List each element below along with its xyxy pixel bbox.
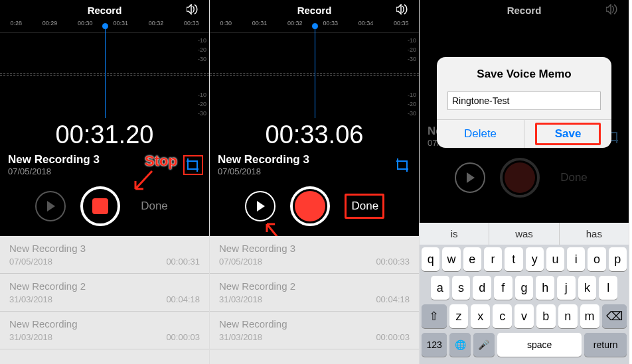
playhead[interactable] [105, 27, 106, 118]
list-item[interactable]: New Recording 2 31/03/201800:04:18 [210, 274, 419, 312]
globe-key[interactable]: 🌐 [449, 333, 471, 357]
numbers-key[interactable]: 123 [422, 333, 447, 357]
list-item[interactable]: New Recording 31/03/201800:00:03 [0, 312, 209, 349]
return-key[interactable]: return [584, 333, 627, 357]
list-item[interactable]: New Recording 3 07/05/201800:00:33 [210, 236, 419, 274]
key-h[interactable]: h [536, 276, 554, 300]
memo-name-input[interactable] [447, 91, 601, 110]
play-button[interactable] [245, 191, 276, 221]
done-button[interactable]: Done [345, 194, 384, 219]
key-s[interactable]: s [452, 276, 471, 300]
shift-key[interactable]: ⇧ [422, 304, 447, 328]
play-icon [47, 201, 55, 212]
list-item-date: 07/05/2018 [219, 257, 262, 267]
elapsed-time: 00:31.20 [0, 121, 209, 149]
record-button[interactable] [290, 186, 330, 226]
recording-title: New Recording 3 [218, 153, 309, 166]
key-y[interactable]: y [526, 247, 544, 271]
elapsed-time: 00:33.06 [210, 121, 419, 149]
dialog-title: Save Voice Memo [437, 57, 611, 88]
suggestion[interactable]: was [489, 223, 559, 245]
trim-icon[interactable] [185, 157, 201, 173]
key-n[interactable]: n [558, 304, 578, 328]
key-t[interactable]: t [505, 247, 522, 271]
key-j[interactable]: j [557, 276, 576, 300]
recording-title: New Recording 3 [8, 153, 100, 166]
list-item-date: 31/03/2018 [9, 294, 52, 304]
record-icon [295, 191, 325, 221]
key-u[interactable]: u [546, 247, 564, 271]
key-o[interactable]: o [588, 247, 605, 271]
space-key[interactable]: space [497, 333, 582, 357]
waveform[interactable]: -10 -20 -30 -10 -20 -30 [0, 33, 209, 118]
key-q[interactable]: q [422, 247, 439, 271]
key-a[interactable]: a [431, 276, 449, 300]
key-m[interactable]: m [580, 304, 599, 328]
list-item-title: New Recording 3 [219, 243, 410, 254]
list-item[interactable]: New Recording 2 31/03/201800:04:18 [0, 274, 209, 312]
list-item-title: New Recording 2 [219, 280, 410, 292]
key-z[interactable]: z [449, 304, 469, 328]
kb-row-1: q w e r t y u i o p [422, 247, 627, 271]
key-f[interactable]: f [494, 276, 513, 300]
suggestion[interactable]: has [560, 223, 629, 245]
page-title: Record [297, 5, 332, 16]
list-item-date: 31/03/2018 [219, 332, 262, 342]
list-item-title: New Recording [219, 318, 410, 330]
header: Record [210, 0, 419, 20]
play-button[interactable] [35, 191, 66, 221]
key-b[interactable]: b [536, 304, 556, 328]
key-i[interactable]: i [567, 247, 585, 271]
db-labels: -10 -20 -30 -10 -20 -30 [198, 36, 206, 118]
key-g[interactable]: g [515, 276, 534, 300]
key-v[interactable]: v [514, 304, 534, 328]
list-item[interactable]: New Recording 3 07/05/201800:00:31 [0, 236, 209, 274]
list-item-duration: 00:00:33 [376, 257, 410, 267]
save-button[interactable]: Save [524, 120, 611, 148]
key-x[interactable]: x [471, 304, 490, 328]
controls: Done [210, 183, 419, 229]
list-item[interactable]: New Recording 31/03/201800:00:03 [210, 312, 419, 349]
key-e[interactable]: e [463, 247, 481, 271]
mic-key[interactable]: 🎤 [473, 333, 495, 357]
keyboard[interactable]: is was has q w e r t y u i o p a s d f g… [420, 223, 629, 364]
screen-play: Record 0:30 00:31 00:32 00:33 00:34 00:3… [210, 0, 420, 364]
waveform[interactable]: -10 -20 -30 -10 -20 -30 [210, 33, 419, 118]
key-r[interactable]: r [484, 247, 502, 271]
play-icon [257, 201, 265, 212]
key-w[interactable]: w [442, 247, 460, 271]
key-l[interactable]: l [599, 276, 617, 300]
recordings-list[interactable]: New Recording 3 07/05/201800:00:33 New R… [210, 236, 419, 364]
delete-button[interactable]: Delete [437, 120, 524, 148]
stop-icon [92, 198, 108, 214]
list-item-duration: 00:00:03 [376, 332, 410, 342]
keyboard-suggestions[interactable]: is was has [420, 223, 629, 245]
kb-row-3: ⇧ z x c v b n m ⌫ [422, 304, 627, 328]
speaker-icon[interactable] [396, 4, 410, 17]
done-button[interactable]: Done [135, 200, 175, 213]
screen-stop: Record 0:28 00:29 00:30 00:31 00:32 00:3… [0, 0, 210, 364]
save-dialog: Save Voice Memo Delete Save [437, 57, 611, 148]
header: Record [0, 0, 209, 20]
suggestion[interactable]: is [420, 223, 489, 245]
list-item-duration: 00:00:03 [166, 332, 200, 342]
highlight-box [535, 123, 601, 145]
list-item-date: 07/05/2018 [9, 257, 52, 267]
db-labels: -10 -20 -30 -10 -20 -30 [408, 36, 416, 118]
stop-button[interactable] [80, 186, 120, 226]
key-p[interactable]: p [609, 247, 627, 271]
trim-icon[interactable] [395, 157, 411, 173]
key-k[interactable]: k [578, 276, 597, 300]
playhead[interactable] [315, 27, 315, 118]
list-item-title: New Recording [9, 318, 200, 330]
kb-row-4: 123 🌐 🎤 space return [422, 333, 627, 357]
list-item-title: New Recording 2 [9, 280, 200, 292]
recordings-list[interactable]: New Recording 3 07/05/201800:00:31 New R… [0, 236, 209, 364]
memo-name-field[interactable] [447, 91, 601, 110]
key-c[interactable]: c [493, 304, 512, 328]
kb-row-2: a s d f g h j k l [422, 276, 627, 300]
key-d[interactable]: d [473, 276, 491, 300]
speaker-icon[interactable] [187, 4, 200, 17]
list-item-title: New Recording 3 [9, 243, 200, 254]
backspace-key[interactable]: ⌫ [602, 304, 627, 328]
